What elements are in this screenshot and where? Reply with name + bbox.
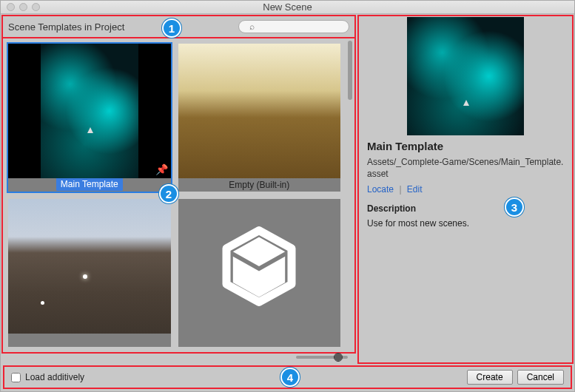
load-additively-checkbox[interactable]: Load additively (11, 372, 84, 382)
details-info: Main Template Assets/_Complete-Game/Scen… (360, 140, 571, 229)
details-asset-path: Assets/_Complete-Game/Scenes/Main_Templa… (367, 157, 564, 180)
description-text: Use for most new scenes. (367, 218, 564, 229)
load-additively-input[interactable] (11, 373, 21, 382)
annotation-badge-4: 4 (280, 368, 300, 387)
thumbnail-size-row (2, 353, 355, 363)
template-label (178, 334, 341, 347)
new-scene-dialog: New Scene Scene Templates in Project ⌕ (0, 0, 575, 392)
template-thumbnail (178, 199, 341, 334)
footer-buttons: Create Cancel (467, 370, 564, 385)
details-title: Main Template (367, 140, 564, 152)
search-icon: ⌕ (249, 21, 255, 32)
template-thumbnail: 📌 (8, 44, 171, 178)
window-controls[interactable] (7, 3, 40, 11)
upper-area: Scene Templates in Project ⌕ (2, 16, 573, 363)
template-label: Main Template (56, 178, 123, 191)
description-heading: Description (367, 203, 564, 214)
details-preview (360, 17, 571, 135)
scrollbar-thumb[interactable] (348, 41, 352, 100)
window-title: New Scene (263, 1, 312, 13)
details-links: Locate | Edit (367, 184, 564, 195)
template-tile[interactable] (8, 199, 171, 347)
template-thumbnail (8, 199, 171, 334)
close-icon[interactable] (7, 3, 15, 11)
search-wrap: ⌕ (245, 20, 349, 33)
templates-grid-area: 📌 Main Template Empty (Built-in) (2, 38, 355, 353)
titlebar: New Scene (1, 1, 574, 14)
load-additively-label: Load additively (25, 372, 84, 382)
annotation-badge-1: 1 (162, 18, 181, 38)
template-thumbnail (178, 44, 341, 178)
template-tile[interactable] (178, 199, 341, 347)
create-button[interactable]: Create (467, 370, 513, 385)
annotation-badge-3: 3 (505, 197, 524, 217)
edit-link[interactable]: Edit (407, 184, 423, 195)
pin-icon[interactable]: 📌 (155, 163, 168, 175)
template-label: Empty (Built-in) (178, 178, 341, 192)
template-details: Main Template Assets/_Complete-Game/Scen… (358, 16, 573, 363)
slider-knob[interactable] (334, 354, 342, 361)
template-tile-empty[interactable]: Empty (Built-in) (178, 44, 341, 192)
locate-link[interactable]: Locate (367, 184, 394, 195)
link-separator: | (399, 184, 401, 195)
unity-logo-icon (218, 226, 300, 307)
template-tile-main[interactable]: 📌 Main Template (8, 44, 171, 192)
grid-scrollbar[interactable] (346, 39, 354, 351)
cancel-button[interactable]: Cancel (517, 370, 564, 385)
left-column: Scene Templates in Project ⌕ (2, 16, 355, 363)
dialog-body: Scene Templates in Project ⌕ (1, 14, 574, 391)
templates-heading: Scene Templates in Project (8, 21, 124, 33)
search-input[interactable] (238, 20, 349, 33)
template-label (8, 334, 171, 347)
zoom-icon[interactable] (32, 3, 40, 11)
annotation-badge-2: 2 (159, 184, 178, 203)
minimize-icon[interactable] (19, 3, 27, 11)
thumbnail-size-slider[interactable] (296, 356, 348, 359)
